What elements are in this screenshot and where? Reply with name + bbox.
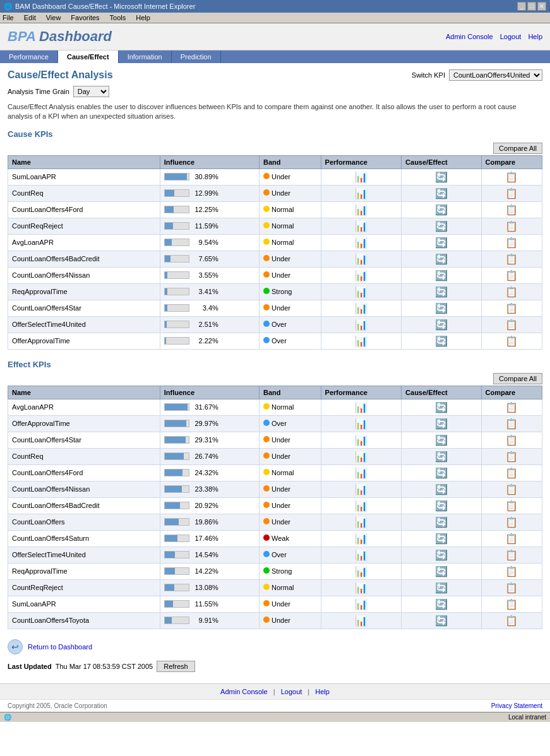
menu-file[interactable]: File	[3, 14, 14, 21]
menu-help[interactable]: Help	[136, 14, 150, 21]
effect-compare-all-button[interactable]: Compare All	[493, 373, 542, 384]
row-performance-cell[interactable]: 📊	[321, 530, 401, 546]
cause-effect-icon[interactable]: 🔄	[435, 188, 448, 199]
row-performance-cell[interactable]: 📊	[321, 300, 401, 316]
tab-information[interactable]: Information	[119, 50, 172, 63]
row-performance-cell[interactable]: 📊	[321, 497, 401, 514]
row-cause-effect-cell[interactable]: 🔄	[402, 481, 481, 497]
compare-icon[interactable]: 📋	[505, 336, 518, 346]
row-compare-cell[interactable]: 📋	[481, 563, 542, 579]
bottom-help-link[interactable]: Help	[315, 688, 330, 695]
row-cause-effect-cell[interactable]: 🔄	[402, 267, 481, 283]
row-cause-effect-cell[interactable]: 🔄	[402, 612, 481, 629]
row-compare-cell[interactable]: 📋	[481, 596, 542, 612]
row-performance-cell[interactable]: 📊	[321, 612, 401, 629]
maximize-button[interactable]: □	[527, 2, 536, 11]
compare-icon[interactable]: 📋	[505, 582, 518, 593]
performance-icon[interactable]: 📊	[355, 500, 368, 511]
row-compare-cell[interactable]: 📋	[481, 415, 542, 432]
row-performance-cell[interactable]: 📊	[321, 201, 401, 218]
row-compare-cell[interactable]: 📋	[481, 514, 542, 530]
row-compare-cell[interactable]: 📋	[481, 316, 542, 333]
row-compare-cell[interactable]: 📋	[481, 185, 542, 201]
cause-effect-icon[interactable]: 🔄	[435, 500, 448, 511]
row-cause-effect-cell[interactable]: 🔄	[402, 448, 481, 464]
header-admin-console-link[interactable]: Admin Console	[446, 33, 493, 40]
performance-icon[interactable]: 📊	[355, 188, 368, 199]
cause-effect-icon[interactable]: 🔄	[435, 270, 448, 281]
performance-icon[interactable]: 📊	[355, 270, 368, 281]
compare-icon[interactable]: 📋	[505, 517, 518, 528]
cause-effect-icon[interactable]: 🔄	[435, 468, 448, 478]
row-compare-cell[interactable]: 📋	[481, 481, 542, 497]
row-cause-effect-cell[interactable]: 🔄	[402, 464, 481, 481]
cause-effect-icon[interactable]: 🔄	[435, 533, 448, 544]
performance-icon[interactable]: 📊	[355, 254, 368, 264]
compare-icon[interactable]: 📋	[505, 615, 518, 626]
row-cause-effect-cell[interactable]: 🔄	[402, 234, 481, 251]
cause-effect-icon[interactable]: 🔄	[435, 550, 448, 560]
compare-icon[interactable]: 📋	[505, 188, 518, 199]
minimize-button[interactable]: _	[517, 2, 526, 11]
performance-icon[interactable]: 📊	[355, 615, 368, 626]
compare-icon[interactable]: 📋	[505, 550, 518, 560]
tab-prediction[interactable]: Prediction	[172, 50, 221, 63]
performance-icon[interactable]: 📊	[355, 435, 368, 446]
performance-icon[interactable]: 📊	[355, 303, 368, 314]
row-cause-effect-cell[interactable]: 🔄	[402, 563, 481, 579]
cause-effect-icon[interactable]: 🔄	[435, 237, 448, 248]
row-compare-cell[interactable]: 📋	[481, 234, 542, 251]
row-compare-cell[interactable]: 📋	[481, 612, 542, 629]
row-cause-effect-cell[interactable]: 🔄	[402, 596, 481, 612]
bottom-logout-link[interactable]: Logout	[281, 688, 302, 695]
menu-favorites[interactable]: Favorites	[71, 14, 99, 21]
compare-icon[interactable]: 📋	[505, 566, 518, 577]
row-cause-effect-cell[interactable]: 🔄	[402, 579, 481, 596]
row-compare-cell[interactable]: 📋	[481, 530, 542, 546]
row-performance-cell[interactable]: 📊	[321, 168, 401, 185]
row-performance-cell[interactable]: 📊	[321, 563, 401, 579]
row-performance-cell[interactable]: 📊	[321, 251, 401, 267]
cause-effect-icon[interactable]: 🔄	[435, 435, 448, 446]
privacy-statement-link[interactable]: Privacy Statement	[491, 702, 542, 709]
row-cause-effect-cell[interactable]: 🔄	[402, 546, 481, 563]
compare-icon[interactable]: 📋	[505, 484, 518, 495]
cause-effect-icon[interactable]: 🔄	[435, 221, 448, 232]
tab-cause-effect[interactable]: Cause/Effect	[58, 50, 119, 63]
cause-effect-icon[interactable]: 🔄	[435, 286, 448, 297]
cause-effect-icon[interactable]: 🔄	[435, 599, 448, 610]
compare-icon[interactable]: 📋	[505, 270, 518, 281]
row-performance-cell[interactable]: 📊	[321, 432, 401, 448]
performance-icon[interactable]: 📊	[355, 582, 368, 593]
row-compare-cell[interactable]: 📋	[481, 464, 542, 481]
row-cause-effect-cell[interactable]: 🔄	[402, 399, 481, 415]
cause-compare-all-button[interactable]: Compare All	[493, 143, 542, 154]
row-cause-effect-cell[interactable]: 🔄	[402, 300, 481, 316]
performance-icon[interactable]: 📊	[355, 319, 368, 330]
row-compare-cell[interactable]: 📋	[481, 267, 542, 283]
cause-effect-icon[interactable]: 🔄	[435, 336, 448, 346]
row-performance-cell[interactable]: 📊	[321, 596, 401, 612]
compare-icon[interactable]: 📋	[505, 286, 518, 297]
performance-icon[interactable]: 📊	[355, 336, 368, 346]
row-compare-cell[interactable]: 📋	[481, 399, 542, 415]
row-performance-cell[interactable]: 📊	[321, 448, 401, 464]
compare-icon[interactable]: 📋	[505, 402, 518, 413]
row-cause-effect-cell[interactable]: 🔄	[402, 530, 481, 546]
row-compare-cell[interactable]: 📋	[481, 333, 542, 349]
cause-effect-icon[interactable]: 🔄	[435, 172, 448, 182]
compare-icon[interactable]: 📋	[505, 468, 518, 478]
row-compare-cell[interactable]: 📋	[481, 168, 542, 185]
performance-icon[interactable]: 📊	[355, 237, 368, 248]
row-performance-cell[interactable]: 📊	[321, 333, 401, 349]
bottom-admin-console-link[interactable]: Admin Console	[220, 688, 268, 695]
cause-effect-icon[interactable]: 🔄	[435, 402, 448, 413]
row-performance-cell[interactable]: 📊	[321, 399, 401, 415]
cause-effect-icon[interactable]: 🔄	[435, 484, 448, 495]
row-compare-cell[interactable]: 📋	[481, 432, 542, 448]
cause-effect-icon[interactable]: 🔄	[435, 582, 448, 593]
refresh-button[interactable]: Refresh	[157, 661, 195, 672]
row-compare-cell[interactable]: 📋	[481, 579, 542, 596]
row-cause-effect-cell[interactable]: 🔄	[402, 251, 481, 267]
compare-icon[interactable]: 📋	[505, 599, 518, 610]
